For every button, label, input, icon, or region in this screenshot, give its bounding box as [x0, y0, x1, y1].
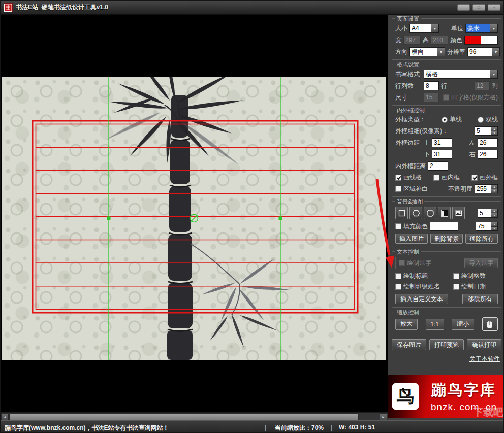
draw-class-checkbox[interactable]: 绘制班级姓名 — [395, 282, 440, 291]
opacity-spinner[interactable]: 255 ▲▼ — [475, 184, 498, 193]
chevron-down-icon[interactable]: ▼ — [437, 48, 445, 56]
horizontal-scrollbar[interactable]: ◄ ► — [1, 412, 388, 420]
cols-field[interactable]: 12 — [475, 81, 490, 90]
chevron-down-icon[interactable]: ▼ — [490, 24, 497, 32]
minimize-button[interactable]: — — [457, 4, 470, 11]
design-paper[interactable] — [2, 77, 386, 360]
page-color-well[interactable] — [464, 36, 498, 45]
maximize-button[interactable]: □ — [472, 4, 485, 11]
chevron-down-icon[interactable]: ▼ — [492, 48, 499, 56]
print-preview-button[interactable]: 打印预览 — [429, 339, 464, 350]
tianzige-checkbox[interactable]: 田字格(仅限方格) — [443, 93, 498, 102]
unit-select[interactable]: 毫米 ▼ — [465, 24, 498, 33]
spin-up-icon[interactable]: ▲ — [491, 185, 497, 189]
margin-top-field[interactable]: 31 — [432, 138, 452, 147]
guide-handle-right[interactable] — [279, 217, 282, 220]
zoom-out-button[interactable]: 缩小 — [452, 319, 474, 330]
banner-ad[interactable]: 鸟 蹦鸟字库 bnzk. com. cn 下载吧 — [388, 375, 504, 418]
draw-class-label: 绘制班级姓名 — [403, 282, 440, 291]
bnzk-logo: 鸟 — [392, 383, 419, 410]
guide-handle-left[interactable] — [107, 217, 111, 220]
checkbox-icon — [433, 175, 439, 181]
orientation-select[interactable]: 横向 ▼ — [410, 47, 445, 56]
scroll-right-button[interactable]: ► — [380, 413, 387, 420]
cell-size-field[interactable]: 15 — [424, 93, 439, 102]
import-model-button[interactable]: 导入范字 — [464, 258, 498, 268]
red-color-swatch[interactable] — [465, 36, 481, 44]
color-label: 颜色 — [450, 36, 462, 45]
actual-size-button[interactable]: 1:1 — [426, 319, 444, 330]
draw-title-checkbox[interactable]: 绘制标题 — [395, 272, 428, 280]
spin-up-icon[interactable]: ▲ — [491, 222, 497, 226]
writing-format-select[interactable]: 横格 ▼ — [424, 70, 498, 79]
margin-left-field[interactable]: 26 — [478, 138, 498, 147]
insert-image-button[interactable]: 插入图片 — [395, 234, 428, 244]
save-image-button[interactable]: 保存图片 — [392, 339, 426, 350]
spin-down-icon[interactable]: ▼ — [491, 189, 497, 193]
thickness-spinner[interactable]: 5 ▲▼ — [475, 126, 498, 136]
draw-count-checkbox[interactable]: 绘制格数 — [453, 272, 498, 280]
unit-value: 毫米 — [466, 24, 490, 32]
bnzk-logo-glyph: 鸟 — [397, 385, 414, 408]
zoom-in-button[interactable]: 放大 — [395, 319, 418, 330]
fill-color-checkbox[interactable]: 填充颜色 — [395, 222, 428, 231]
chevron-down-icon[interactable]: ▼ — [431, 24, 438, 32]
fill-color-swatch[interactable] — [430, 222, 458, 231]
text-control-title: 文本控制 — [395, 248, 421, 256]
draw-inner-label: 画内框 — [442, 173, 460, 182]
double-line-radio[interactable]: 双线 — [478, 115, 498, 124]
area-padding-checkbox[interactable]: 区域补白 — [395, 185, 428, 193]
rows-field[interactable]: 8 — [424, 81, 439, 90]
confirm-print-button[interactable]: 确认打印 — [467, 339, 501, 350]
spin-down-icon[interactable]: ▼ — [491, 213, 497, 217]
chevron-down-icon[interactable]: ▼ — [490, 70, 497, 78]
checkbox-icon — [399, 260, 405, 266]
spin-down-icon[interactable]: ▼ — [491, 131, 497, 136]
square-shape-button[interactable] — [395, 207, 408, 219]
margin-bottom-field[interactable]: 31 — [432, 150, 452, 159]
draw-inner-checkbox[interactable]: 画内框 — [433, 173, 460, 182]
fill-shape-button[interactable] — [438, 207, 451, 219]
status-site-text: 蹦鸟字库(www.bnzk.com.cn)，书法E站专有书法查询网站！ — [5, 424, 169, 432]
scrollbar-thumb[interactable] — [9, 413, 359, 420]
white-color-swatch[interactable] — [481, 36, 497, 44]
margin-label: 外框边距 — [395, 139, 422, 147]
draw-model-checkbox[interactable]: 绘制范字 — [399, 259, 431, 268]
width-field[interactable]: 297 — [403, 36, 421, 45]
image-shape-button[interactable] — [452, 207, 465, 219]
status-size-text: W: 403 H: 51 — [339, 424, 375, 431]
fill-color-label: 填充颜色 — [403, 222, 428, 231]
insert-custom-text-button[interactable]: 插入自定义文本 — [395, 294, 448, 304]
pan-hand-button[interactable] — [482, 317, 498, 331]
frame-gap-field[interactable]: 2 — [428, 161, 448, 171]
hexagon-shape-button[interactable] — [410, 207, 422, 219]
checkbox-icon — [453, 284, 459, 290]
titlebar[interactable]: 书法E站_硬笔书法纸设计工具v1.0 — □ × — [1, 1, 503, 15]
remove-all-text-button[interactable]: 移除所有 — [462, 294, 498, 304]
page-size-select[interactable]: A4 ▼ — [410, 24, 439, 33]
about-link[interactable]: 关于本软件 — [469, 355, 500, 362]
height-field[interactable]: 210 — [431, 36, 448, 45]
margin-right-label: 右 — [469, 150, 476, 159]
spin-up-icon[interactable]: ▲ — [491, 127, 497, 131]
shape-count-spinner[interactable]: 5 ▲▼ — [478, 209, 498, 218]
octagon-shape-button[interactable] — [424, 207, 436, 219]
window-controls: — □ × — [457, 4, 500, 11]
resolution-select[interactable]: 96 ▼ — [467, 47, 500, 56]
delete-background-button[interactable]: 删除背景 — [430, 234, 463, 244]
close-button[interactable]: × — [488, 4, 500, 11]
spin-down-icon[interactable]: ▼ — [491, 226, 497, 231]
scroll-left-button[interactable]: ◄ — [1, 413, 9, 420]
watermark: 下载吧 — [473, 406, 503, 418]
draw-outer-checkbox[interactable]: 画外框 — [471, 173, 498, 182]
canvas-viewport[interactable] — [1, 15, 388, 412]
margin-right-field[interactable]: 26 — [478, 150, 498, 159]
draw-grid-checkbox[interactable]: 画线格 — [395, 173, 422, 182]
remove-all-images-button[interactable]: 移除所有 — [465, 234, 498, 244]
spin-up-icon[interactable]: ▲ — [491, 209, 497, 213]
scroll-left-icon: ◄ — [3, 415, 7, 419]
single-line-radio[interactable]: 单线 — [442, 115, 462, 124]
draw-date-checkbox[interactable]: 绘制日期 — [453, 282, 498, 291]
fill-opacity-spinner[interactable]: 75 ▲▼ — [476, 222, 498, 231]
app-icon — [4, 3, 13, 12]
